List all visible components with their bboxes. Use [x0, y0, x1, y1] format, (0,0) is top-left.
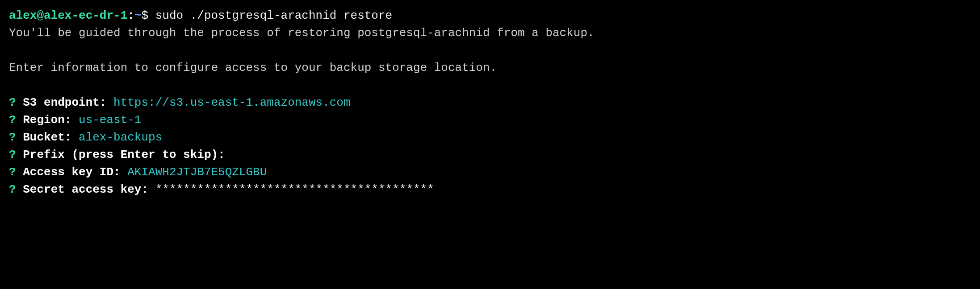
- question-mark-icon: ?: [9, 183, 16, 196]
- question-label: Region:: [23, 113, 71, 127]
- blank-line: [9, 77, 971, 94]
- question-bucket: ? Bucket: alex-backups: [9, 129, 971, 146]
- prompt-line[interactable]: alex@alex-ec-dr-1:~$ sudo ./postgresql-a…: [9, 7, 971, 25]
- question-label: Prefix (press Enter to skip):: [23, 148, 225, 161]
- question-secret-access-key: ? Secret access key: *******************…: [9, 181, 971, 198]
- question-label: Secret access key:: [23, 183, 148, 196]
- blank-line: [9, 42, 971, 59]
- question-mark-icon: ?: [9, 96, 16, 109]
- question-label: Bucket:: [23, 131, 71, 144]
- section-text: Enter information to configure access to…: [9, 59, 971, 77]
- prompt-path: ~: [134, 9, 142, 22]
- question-mark-icon: ?: [9, 131, 16, 144]
- question-prefix: ? Prefix (press Enter to skip):: [9, 146, 971, 164]
- intro-text: You'll be guided through the process of …: [9, 25, 971, 42]
- question-mark-icon: ?: [9, 113, 16, 127]
- question-label: S3 endpoint:: [23, 96, 106, 109]
- question-label: Access key ID:: [23, 165, 120, 179]
- question-s3-endpoint: ? S3 endpoint: https://s3.us-east-1.amaz…: [9, 94, 971, 111]
- question-value[interactable]: https://s3.us-east-1.amazonaws.com: [113, 96, 351, 109]
- command-text: [148, 9, 155, 22]
- prompt-separator: :: [127, 9, 134, 22]
- question-value[interactable]: us-east-1: [79, 113, 141, 127]
- prompt-user-host: alex@alex-ec-dr-1: [9, 9, 127, 22]
- question-value[interactable]: AKIAWH2JTJB7E5QZLGBU: [127, 165, 267, 179]
- question-value-masked[interactable]: ****************************************: [155, 183, 434, 196]
- prompt-dollar: $: [141, 9, 148, 22]
- question-region: ? Region: us-east-1: [9, 111, 971, 129]
- question-mark-icon: ?: [9, 165, 16, 179]
- question-value[interactable]: alex-backups: [79, 131, 162, 144]
- question-mark-icon: ?: [9, 148, 16, 161]
- command-input[interactable]: sudo ./postgresql-arachnid restore: [155, 9, 393, 22]
- question-access-key-id: ? Access key ID: AKIAWH2JTJB7E5QZLGBU: [9, 164, 971, 181]
